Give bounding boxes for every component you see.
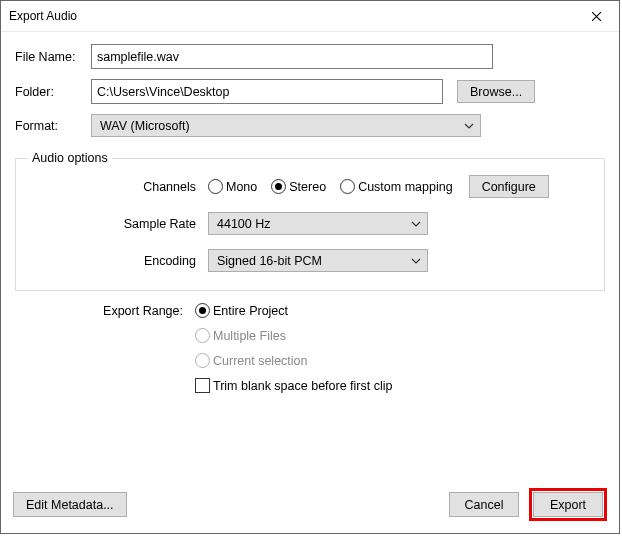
radio-entire-project[interactable]: Entire Project (195, 303, 288, 318)
radio-current-label: Current selection (213, 354, 308, 368)
configure-button[interactable]: Configure (469, 175, 549, 198)
radio-entire-label: Entire Project (213, 304, 288, 318)
export-range-label: Export Range: (15, 304, 195, 318)
checkbox-icon (195, 378, 210, 393)
export-highlight: Export (529, 488, 607, 521)
filename-input[interactable] (91, 44, 493, 69)
trim-label: Trim blank space before first clip (213, 379, 392, 393)
title-bar: Export Audio (1, 1, 619, 32)
radio-mono[interactable]: Mono (208, 179, 257, 194)
export-audio-dialog: Export Audio File Name: Folder: Browse..… (0, 0, 620, 534)
folder-input[interactable] (91, 79, 443, 104)
sample-rate-label: Sample Rate (28, 217, 208, 231)
format-select[interactable]: WAV (Microsoft) (91, 114, 481, 137)
trim-row: Trim blank space before first clip (15, 378, 605, 393)
folder-label: Folder: (15, 85, 91, 99)
radio-icon (208, 179, 223, 194)
radio-current-selection: Current selection (195, 353, 308, 368)
radio-icon (195, 328, 210, 343)
range-current-row: Current selection (15, 353, 605, 368)
radio-mono-label: Mono (226, 180, 257, 194)
dialog-footer: Edit Metadata... Cancel Export (1, 480, 619, 533)
close-button[interactable] (574, 1, 619, 31)
dialog-title: Export Audio (9, 9, 574, 23)
close-icon (591, 8, 602, 25)
folder-row: Folder: Browse... (15, 79, 605, 104)
radio-multiple-files: Multiple Files (195, 328, 286, 343)
radio-multiple-label: Multiple Files (213, 329, 286, 343)
chevron-down-icon (411, 258, 421, 264)
radio-icon (271, 179, 286, 194)
radio-stereo[interactable]: Stereo (271, 179, 326, 194)
channels-label: Channels (28, 180, 208, 194)
audio-options-legend: Audio options (28, 151, 112, 165)
range-entire-row: Export Range: Entire Project (15, 303, 605, 318)
cancel-button[interactable]: Cancel (449, 492, 519, 517)
radio-icon (195, 353, 210, 368)
radio-stereo-label: Stereo (289, 180, 326, 194)
encoding-select[interactable]: Signed 16-bit PCM (208, 249, 428, 272)
encoding-row: Encoding Signed 16-bit PCM (28, 249, 592, 272)
range-multiple-row: Multiple Files (15, 328, 605, 343)
audio-options-group: Audio options Channels Mono Stereo Custo… (15, 151, 605, 291)
sample-rate-value: 44100 Hz (217, 217, 271, 231)
radio-custom-label: Custom mapping (358, 180, 453, 194)
export-range-group: Export Range: Entire Project Multiple Fi… (15, 303, 605, 393)
format-value: WAV (Microsoft) (100, 119, 190, 133)
radio-icon (195, 303, 210, 318)
export-button[interactable]: Export (533, 492, 603, 517)
edit-metadata-button[interactable]: Edit Metadata... (13, 492, 127, 517)
chevron-down-icon (411, 221, 421, 227)
trim-checkbox[interactable]: Trim blank space before first clip (195, 378, 392, 393)
filename-row: File Name: (15, 44, 605, 69)
dialog-body: File Name: Folder: Browse... Format: WAV… (1, 32, 619, 480)
filename-label: File Name: (15, 50, 91, 64)
sample-rate-select[interactable]: 44100 Hz (208, 212, 428, 235)
encoding-value: Signed 16-bit PCM (217, 254, 322, 268)
format-label: Format: (15, 119, 91, 133)
encoding-label: Encoding (28, 254, 208, 268)
channels-radio-group: Mono Stereo Custom mapping (208, 179, 453, 194)
chevron-down-icon (464, 123, 474, 129)
browse-button[interactable]: Browse... (457, 80, 535, 103)
radio-icon (340, 179, 355, 194)
format-row: Format: WAV (Microsoft) (15, 114, 605, 137)
radio-custom-mapping[interactable]: Custom mapping (340, 179, 453, 194)
channels-row: Channels Mono Stereo Custom mapping (28, 175, 592, 198)
sample-rate-row: Sample Rate 44100 Hz (28, 212, 592, 235)
